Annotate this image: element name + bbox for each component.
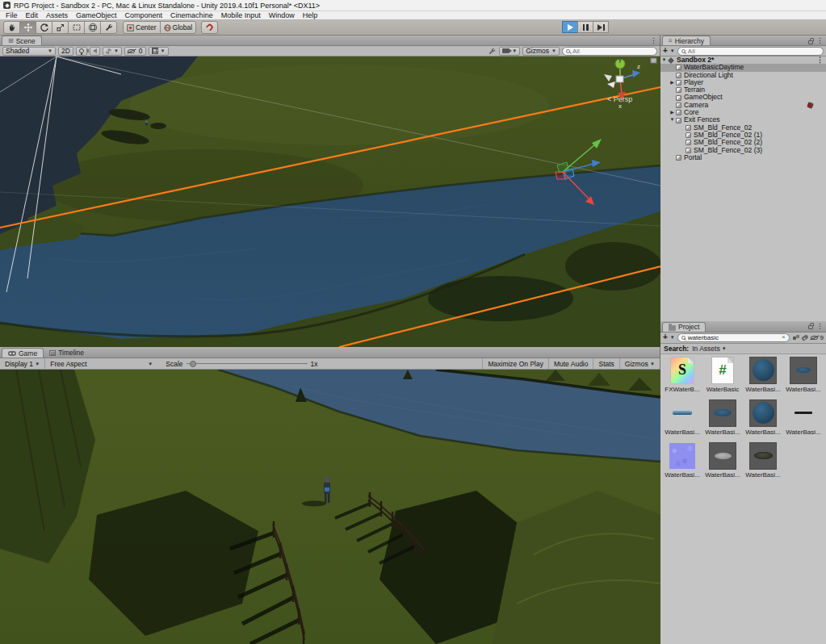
menu-assets[interactable]: Assets bbox=[42, 11, 72, 20]
scene-lighting-button[interactable] bbox=[76, 47, 87, 56]
move-tool-button[interactable] bbox=[19, 21, 36, 34]
scene-grid-dropdown[interactable]: ▼ bbox=[149, 47, 169, 56]
chevron-down-icon[interactable]: ▼ bbox=[670, 48, 675, 53]
asset-tile-mesh-6[interactable]: WaterBasi... bbox=[743, 442, 783, 485]
gameobject-icon bbox=[676, 73, 681, 78]
tab-game[interactable]: Game bbox=[2, 348, 44, 358]
menu-help[interactable]: Help bbox=[299, 11, 322, 20]
scale-slider-track[interactable] bbox=[187, 363, 308, 364]
rect-tool-button[interactable] bbox=[68, 21, 85, 34]
pause-button[interactable] bbox=[577, 21, 593, 33]
asset-tile-material-1[interactable]: WaterBasi... bbox=[743, 357, 783, 399]
scene-effects-dropdown[interactable]: ▼ bbox=[103, 47, 122, 56]
asset-tile-texture[interactable]: WaterBasi... bbox=[662, 442, 702, 485]
menu-file[interactable]: File bbox=[2, 11, 22, 20]
menu-window[interactable]: Window bbox=[265, 11, 299, 20]
foldout-icon[interactable]: ▼ bbox=[669, 116, 676, 123]
tools-icon[interactable] bbox=[488, 47, 497, 56]
play-controls bbox=[563, 21, 609, 33]
scene-search[interactable] bbox=[562, 47, 657, 56]
chevron-down-icon[interactable]: ▼ bbox=[670, 335, 675, 340]
persp-label[interactable]: < Persp bbox=[607, 95, 632, 103]
foldout-icon[interactable]: ▼ bbox=[660, 56, 668, 64]
menu-component[interactable]: Component bbox=[121, 11, 167, 20]
clear-search-icon[interactable]: × bbox=[782, 334, 786, 341]
hidden-packages-toggle[interactable]: 9 bbox=[811, 334, 824, 341]
asset-tile-mesh-5[interactable]: WaterBasi... bbox=[702, 442, 743, 485]
lock-icon[interactable] bbox=[808, 325, 813, 329]
scale-label: Scale bbox=[166, 360, 182, 368]
lock-icon[interactable] bbox=[808, 40, 813, 44]
search-by-type-icon[interactable] bbox=[792, 334, 799, 341]
scale-slider-knob[interactable] bbox=[190, 361, 196, 367]
menu-mobile-input[interactable]: Mobile Input bbox=[217, 11, 265, 20]
grid-snap-button[interactable] bbox=[201, 21, 218, 34]
scene-row-menu-icon[interactable]: ⋮ bbox=[816, 56, 824, 64]
project-toolbar: + ▼ × 9 bbox=[660, 332, 826, 344]
2d-toggle-button[interactable]: 2D bbox=[58, 47, 73, 56]
game-gizmos-dropdown[interactable]: Gizmos ▼ bbox=[619, 358, 660, 369]
stats-button[interactable]: Stats bbox=[593, 358, 618, 369]
globe-icon bbox=[164, 24, 171, 31]
add-asset-button[interactable]: + bbox=[663, 333, 668, 341]
foldout-icon[interactable]: ▶ bbox=[669, 79, 676, 86]
asset-tile-material-2[interactable]: WaterBasi... bbox=[743, 399, 783, 442]
scene-audio-button[interactable] bbox=[90, 47, 100, 56]
tab-scene[interactable]: ⊞ Scene bbox=[2, 36, 42, 45]
scale-slider[interactable]: Scale 1x bbox=[166, 360, 317, 368]
asset-tile-mesh-2[interactable]: WaterBasi... bbox=[662, 399, 702, 442]
search-by-label-icon[interactable] bbox=[801, 334, 808, 341]
custom-tool-button[interactable] bbox=[100, 21, 117, 34]
tab-project[interactable]: Project bbox=[662, 322, 706, 332]
tab-hierarchy[interactable]: ≡ Hierarchy bbox=[662, 36, 711, 45]
foldout-icon[interactable]: ▶ bbox=[669, 109, 676, 116]
project-search[interactable]: × bbox=[677, 333, 790, 342]
2d-label: 2D bbox=[61, 47, 70, 55]
asset-tile-mesh-4[interactable]: WaterBasi... bbox=[783, 399, 824, 442]
speaker-icon bbox=[93, 48, 97, 53]
aspect-dropdown[interactable]: Free Aspect▼ bbox=[44, 358, 157, 369]
transform-tools bbox=[3, 21, 117, 34]
add-gameobject-button[interactable]: + bbox=[663, 47, 668, 55]
scene-menu-icon[interactable]: ⋮ bbox=[650, 37, 657, 44]
mute-audio-button[interactable]: Mute Audio bbox=[548, 358, 593, 369]
scene-viewport[interactable]: y z x < Persp bbox=[0, 56, 660, 347]
asset-tile-waterbasic-script[interactable]: # WaterBasic bbox=[702, 357, 743, 399]
scale-icon bbox=[56, 23, 65, 32]
scale-tool-button[interactable] bbox=[52, 21, 69, 34]
search-scope-button[interactable]: In Assets▼ bbox=[692, 345, 726, 353]
display-dropdown[interactable]: Display 1 ▼ bbox=[0, 358, 44, 369]
pivot-mode-button[interactable]: Center bbox=[123, 21, 161, 34]
hand-tool-button[interactable] bbox=[3, 21, 20, 34]
step-button[interactable] bbox=[593, 21, 609, 33]
gizmo-lock-icon[interactable] bbox=[651, 58, 656, 63]
mesh-preview bbox=[709, 442, 736, 470]
transform-tool-button[interactable] bbox=[84, 21, 101, 34]
hierarchy-row-portal[interactable]: Portal bbox=[660, 154, 826, 161]
project-tabstrip: Project ⋮ bbox=[660, 321, 826, 332]
menu-gameobject[interactable]: GameObject bbox=[72, 11, 121, 20]
tab-timeline[interactable]: Timeline bbox=[44, 348, 90, 358]
hierarchy-search[interactable] bbox=[677, 47, 824, 56]
scene-camera-dropdown[interactable]: ▼ bbox=[499, 47, 520, 56]
scene-gizmos-dropdown[interactable]: Gizmos▼ bbox=[522, 47, 560, 56]
asset-tile-fxwater-shader[interactable]: S FXWaterB... bbox=[662, 357, 702, 399]
shading-mode-dropdown[interactable]: Shaded▼ bbox=[2, 47, 56, 56]
scene-visibility-button[interactable]: 0 bbox=[124, 47, 146, 56]
maximize-on-play-button[interactable]: Maximize On Play bbox=[482, 358, 548, 369]
project-search-input[interactable] bbox=[688, 334, 779, 341]
menu-edit[interactable]: Edit bbox=[22, 11, 43, 20]
rotate-tool-button[interactable] bbox=[36, 21, 52, 34]
scene-search-input[interactable] bbox=[572, 48, 653, 55]
menu-cinemachine[interactable]: Cinemachine bbox=[166, 11, 217, 20]
gameobject-icon bbox=[676, 155, 681, 161]
asset-tile-mesh-3[interactable]: WaterBasi... bbox=[702, 399, 743, 442]
asset-tile-mesh-1[interactable]: WaterBasi... bbox=[783, 357, 824, 399]
hierarchy-menu-icon[interactable]: ⋮ bbox=[816, 37, 824, 44]
play-button[interactable] bbox=[562, 21, 578, 33]
game-viewport[interactable] bbox=[0, 370, 660, 644]
orientation-button[interactable]: Global bbox=[160, 21, 197, 34]
hierarchy-search-input[interactable] bbox=[688, 48, 820, 55]
gameobject-icon bbox=[676, 95, 681, 101]
project-menu-icon[interactable]: ⋮ bbox=[816, 323, 824, 330]
